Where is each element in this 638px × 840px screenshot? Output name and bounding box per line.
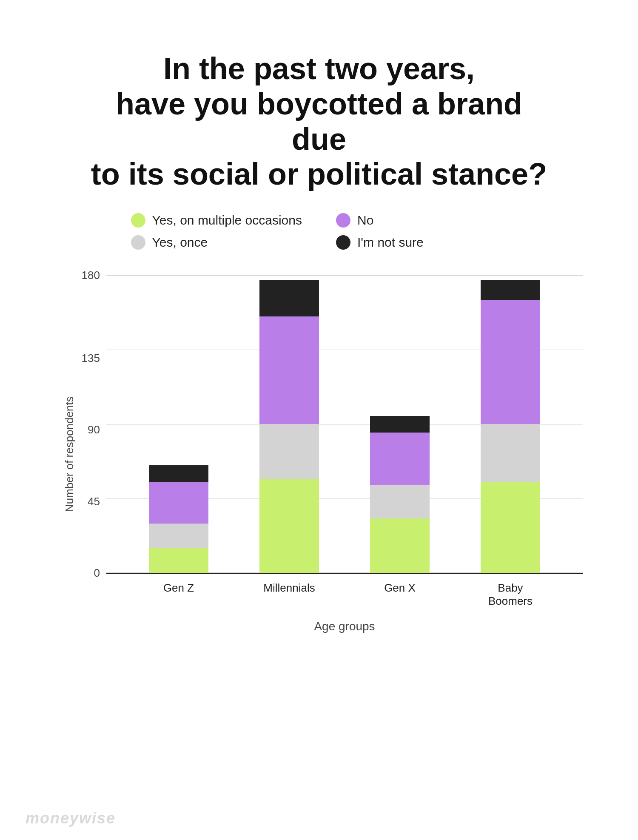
bar-segment [259, 424, 319, 478]
chart-inner: 18013590450 Gen ZMillennialsGen XBaby Bo… [77, 275, 583, 633]
legend-item-no: No [336, 213, 507, 228]
x-label: Gen Z [145, 581, 213, 608]
y-label: 45 [88, 496, 100, 507]
bar-segment [481, 482, 540, 573]
bar-segment [259, 280, 319, 317]
chart-legend: Yes, on multiple occasionsNoYes, onceI'm… [131, 213, 507, 250]
bar-segment [259, 479, 319, 573]
x-axis-title: Age groups [106, 620, 583, 633]
bar-group-millennials [255, 280, 323, 573]
chart-area: Number of respondents 18013590450 Gen ZM… [55, 275, 583, 633]
legend-item-not_sure: I'm not sure [336, 235, 507, 250]
bar-segment [481, 280, 540, 300]
x-label: Gen X [366, 581, 434, 608]
bar-segment [370, 416, 430, 433]
stacked-bar [370, 416, 430, 573]
y-label: 135 [82, 353, 100, 364]
y-axis-label: Number of respondents [55, 275, 77, 633]
chart-title: In the past two years, have you boycotte… [85, 51, 553, 192]
watermark: moneywise [26, 809, 116, 827]
bars-container [106, 275, 583, 573]
bar-segment [370, 433, 430, 485]
y-label: 0 [94, 567, 100, 578]
y-label: 90 [88, 424, 100, 435]
bar-segment [481, 424, 540, 482]
legend-item-multiple: Yes, on multiple occasions [131, 213, 302, 228]
bar-group-gen-x [366, 416, 434, 573]
stacked-bar [259, 280, 319, 573]
bar-segment [149, 482, 208, 523]
bar-segment [149, 524, 208, 548]
stacked-bar [149, 465, 208, 573]
x-label: Millennials [255, 581, 323, 608]
bar-group-gen-z [145, 465, 213, 573]
bar-segment [259, 316, 319, 424]
y-labels: 18013590450 [77, 275, 104, 573]
bar-segment [481, 300, 540, 424]
bar-segment [370, 518, 430, 573]
x-labels: Gen ZMillennialsGen XBaby Boomers [106, 581, 583, 608]
x-axis-line [106, 573, 583, 574]
bar-segment [149, 465, 208, 482]
chart-card: In the past two years, have you boycotte… [21, 26, 617, 667]
grid-and-bars: 18013590450 [77, 275, 583, 573]
bar-segment [149, 548, 208, 573]
bar-group-baby-boomers [476, 280, 544, 573]
y-label: 180 [82, 270, 100, 281]
bar-segment [370, 485, 430, 518]
legend-item-once: Yes, once [131, 235, 302, 250]
stacked-bar [481, 280, 540, 573]
x-label: Baby Boomers [476, 581, 544, 608]
